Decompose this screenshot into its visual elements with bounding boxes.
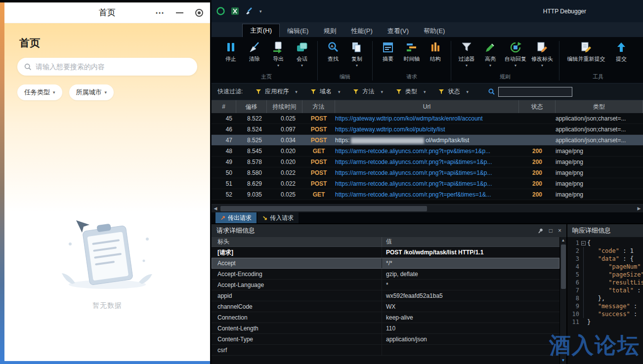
header-row[interactable]: csrf [212, 345, 559, 356]
modify-headers-button[interactable]: 修改标头 ▾ [529, 40, 555, 68]
empty-text: 暂无数据 [4, 301, 210, 310]
app-logo-icon[interactable] [216, 7, 225, 15]
menu-tab-home[interactable]: 主页(H) [242, 24, 280, 37]
tab-incoming-requests[interactable]: ↘ 传入请求 [257, 212, 299, 223]
col-value[interactable]: 值 [382, 237, 559, 246]
highlight-button[interactable]: 高亮 ▾ [479, 40, 502, 68]
chip-task-type[interactable]: 任务类型 ▾ [17, 84, 62, 100]
sessions-button[interactable]: 会话 ▾ [291, 40, 313, 68]
filter-button[interactable]: 过滤器 ▾ [455, 40, 478, 68]
screen: 首页 ⋯ 首页 任务类型 [0, 0, 643, 364]
request-row[interactable]: 468.5240.097POSThttps://gateway.wdtrip.c… [212, 124, 643, 135]
summary-button[interactable]: 摘要 [377, 40, 399, 64]
scroll-down-icon[interactable]: ▼ [561, 358, 565, 363]
structure-button[interactable]: 结构 [424, 40, 447, 64]
chevron-down-icon: ▾ [381, 89, 383, 94]
ribbon-group-home: 停止 清除 导出 ▾ 会话 ▾ [216, 39, 316, 83]
menu-tab-view[interactable]: 查看(V) [380, 25, 416, 37]
stop-button[interactable]: 停止 [219, 40, 242, 64]
header-row[interactable]: Connectionkeep-alive [212, 312, 559, 323]
scrollbar-thumb[interactable] [561, 244, 566, 289]
funnel-icon [256, 89, 261, 95]
funnel-icon [310, 89, 316, 95]
auto-responder-button[interactable]: 自动回复 ▾ [503, 40, 528, 68]
capsule-target-icon[interactable] [195, 9, 203, 17]
header-row[interactable]: Accept-Encodinggzip, deflate [212, 269, 559, 280]
find-button[interactable]: A 查找 [322, 40, 344, 64]
col-type[interactable]: 类型 [556, 100, 643, 113]
copy-icon [350, 41, 363, 54]
mini-program-window: 首页 ⋯ 首页 任务类型 [4, 2, 210, 361]
maximize-icon[interactable]: □ [549, 227, 553, 234]
tab-outgoing-requests[interactable]: ↗ 传出请求 [215, 212, 257, 223]
request-row-selected[interactable]: 478.5250.034POSThttps:ol/wdmp/task/lista… [212, 135, 643, 146]
filter-application[interactable]: 应用程序 ▾ [256, 87, 298, 96]
brush-icon[interactable] [245, 7, 254, 15]
clear-button[interactable]: 清除 [243, 40, 266, 64]
scrollbar-thumb[interactable] [220, 206, 427, 211]
header-row[interactable]: channelCodeWX [212, 301, 559, 312]
export-button[interactable]: 导出 ▾ [267, 40, 290, 68]
submit-icon [615, 41, 628, 54]
edit-resubmit-button[interactable]: 编辑并重新提交 [563, 40, 609, 64]
broom-icon [248, 41, 261, 54]
col-offset[interactable]: 偏移 [236, 100, 267, 113]
quick-filter-label: 快速过滤: [217, 87, 243, 96]
search-input[interactable] [36, 63, 190, 71]
header-row[interactable]: Content-Length110 [212, 323, 559, 334]
request-row[interactable]: 518.6290.022POSThttps://arms-retcode.ali… [212, 178, 643, 189]
col-method[interactable]: 方法 [302, 100, 335, 113]
request-row[interactable]: 488.5450.020GEThttps://arms-retcode.aliy… [212, 146, 643, 157]
more-icon[interactable]: ⋯ [155, 10, 164, 15]
menu-tab-rules[interactable]: 规则 [316, 25, 343, 37]
ribbon-separator [372, 41, 373, 81]
quick-access-caret-icon[interactable]: ▾ [259, 9, 262, 14]
chip-city[interactable]: 所属城市 ▾ [69, 84, 114, 100]
funnel-icon [438, 89, 444, 95]
search-box[interactable] [17, 58, 197, 76]
copy-button[interactable]: 复制 ▾ [345, 40, 368, 68]
pin-icon[interactable] [537, 228, 544, 234]
header-row[interactable]: Accept-Language* [212, 280, 559, 290]
submit-button[interactable]: 提交 [610, 40, 633, 64]
col-url[interactable]: Url [335, 100, 519, 113]
header-row[interactable]: [请求]POST /kol/wdmp/task/list HTTP/1.1 [212, 247, 559, 258]
header-row[interactable]: Content-Typeapplication/json [212, 334, 559, 345]
timeline-button[interactable]: 时间轴 [400, 40, 423, 64]
filter-status[interactable]: 状态 ▾ [438, 87, 469, 96]
col-duration[interactable]: 持续时间 [267, 100, 302, 113]
request-detail-panel: 请求详细信息 □ × 标头 值 [请求]POST /kol/wdmp/task/… [212, 224, 566, 364]
chevron-down-icon: ▾ [424, 89, 426, 94]
header-row-selected[interactable]: Accept*/* [212, 258, 559, 269]
menu-tab-edit[interactable]: 编辑(E) [280, 25, 316, 37]
ribbon-group-label: 规则 [452, 72, 558, 83]
header-row[interactable]: appidwx592feaafd52a1ba5 [212, 290, 559, 301]
col-header[interactable]: 标头 [212, 237, 382, 246]
fold-icon[interactable]: − [581, 241, 586, 245]
http-debugger-window: ▾ HTTP Debugger 主页(H) 编辑(E) 规则 性能(P) 查看(… [212, 0, 643, 364]
request-row[interactable]: 508.5800.022POSThttps://arms-retcode.ali… [212, 167, 643, 178]
quick-filter-bar: 快速过滤: 应用程序 ▾ 域名 ▾ 方法 ▾ 类型 ▾ [212, 83, 643, 100]
scroll-up-icon[interactable]: ▲ [561, 238, 565, 243]
chevron-down-icon: ▾ [295, 89, 298, 94]
scroll-right-icon[interactable]: ▶ [635, 206, 643, 211]
request-row[interactable]: 458.5220.025POSThttps://gateway.wdtrip.c… [212, 113, 643, 124]
request-row[interactable]: 498.5780.020POSThttps://arms-retcode.ali… [212, 157, 643, 167]
col-status[interactable]: 状态 [519, 100, 556, 113]
filter-domain[interactable]: 域名 ▾ [310, 87, 341, 96]
scroll-left-icon[interactable]: ◀ [212, 206, 219, 211]
col-num[interactable]: # [212, 100, 236, 113]
quick-search-input[interactable] [498, 87, 572, 97]
minimize-icon[interactable] [176, 12, 183, 13]
edit-resubmit-icon [580, 41, 593, 54]
response-json-viewer[interactable]: 1−{ 2 "code" : 1 3 "data" : { 4 "pageNum… [567, 237, 643, 364]
excel-icon[interactable] [231, 7, 239, 15]
filter-type[interactable]: 类型 ▾ [396, 87, 426, 96]
menubar: 主页(H) 编辑(E) 规则 性能(P) 查看(V) 帮助(E) [212, 22, 643, 37]
request-row[interactable]: 529.0350.025GEThttps://arms-retcode.aliy… [212, 189, 643, 200]
filter-method[interactable]: 方法 ▾ [353, 87, 383, 96]
request-grid: 458.5220.025POSThttps://gateway.wdtrip.c… [212, 113, 643, 204]
menu-tab-help[interactable]: 帮助(E) [416, 25, 452, 37]
menu-tab-performance[interactable]: 性能(P) [343, 25, 380, 37]
close-icon[interactable]: × [558, 227, 561, 234]
